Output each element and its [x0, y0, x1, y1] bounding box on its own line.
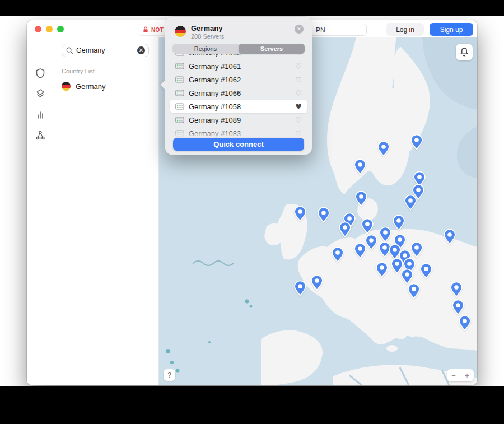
favorite-heart-icon[interactable]: ♡	[295, 76, 302, 84]
window-zoom-button[interactable]	[57, 26, 64, 32]
map-pin[interactable]	[379, 226, 392, 243]
server-name: Germany #1061	[189, 62, 295, 71]
map-pin[interactable]	[361, 218, 374, 234]
map-pin[interactable]	[393, 215, 405, 231]
distant-land-shape	[457, 127, 477, 178]
login-button[interactable]: Log in	[386, 23, 424, 36]
server-name: Germany #1066	[189, 89, 295, 97]
server-name: Germany #1060	[189, 54, 295, 57]
country-row-germany[interactable]: Germany	[58, 78, 155, 94]
server-icon	[175, 103, 184, 110]
server-row[interactable]: Germany #1060 ♡	[170, 54, 307, 59]
map-pin[interactable]	[294, 280, 307, 296]
country-list-heading: Country List	[62, 68, 95, 74]
server-icon	[175, 63, 184, 69]
map-pin[interactable]	[452, 299, 465, 315]
window-close-button[interactable]	[35, 26, 41, 32]
map-pin[interactable]	[294, 206, 307, 222]
map-zoom-control: − +	[447, 369, 474, 381]
server-name: Germany #1058	[189, 102, 295, 111]
country-name: Germany	[76, 82, 105, 91]
server-row[interactable]: Germany #1062 ♡	[170, 73, 307, 86]
favorite-heart-icon[interactable]: ♡	[295, 54, 302, 57]
land-iberia	[261, 330, 323, 385]
country-panel: Germany ✕ Country List Germany	[54, 37, 159, 385]
bell-icon	[459, 46, 470, 58]
germany-flag-icon	[175, 26, 186, 37]
map-pin[interactable]	[459, 315, 472, 331]
server-row[interactable]: Germany #1061 ♡	[170, 59, 307, 73]
map-pin[interactable]	[410, 241, 423, 258]
zoom-out-button[interactable]: −	[447, 369, 460, 381]
sea-dot	[166, 349, 170, 353]
server-icon	[175, 90, 184, 96]
land-island	[386, 345, 398, 352]
map-pin[interactable]	[376, 262, 389, 278]
server-row[interactable]: Germany #1066 ♡	[170, 86, 307, 100]
favorite-heart-icon[interactable]: ♡	[295, 116, 302, 124]
server-name: Germany #1089	[189, 116, 295, 124]
map-pin[interactable]	[318, 207, 330, 223]
left-rail	[27, 37, 54, 385]
sea-dot	[208, 341, 211, 343]
map-pin[interactable]	[354, 243, 367, 259]
map-pin[interactable]	[377, 141, 390, 157]
map-pin[interactable]	[404, 194, 417, 211]
window-minimize-button[interactable]	[46, 26, 53, 32]
search-value: Germany	[76, 46, 134, 54]
map-pin[interactable]	[354, 159, 367, 175]
tab-regions[interactable]: Regions	[172, 44, 239, 54]
signup-button[interactable]: Sign up	[430, 23, 473, 36]
clear-search-button[interactable]: ✕	[137, 46, 145, 54]
zoom-in-button[interactable]: +	[460, 369, 474, 381]
server-row[interactable]: Germany #1058 ♥	[170, 100, 307, 113]
map-pin[interactable]	[311, 274, 324, 291]
favorite-heart-icon[interactable]: ♡	[295, 129, 302, 138]
popover-title: Germany	[191, 24, 222, 32]
server-row[interactable]: Germany #1083 ♡	[170, 127, 307, 138]
meshnet-icon[interactable]	[35, 130, 46, 141]
map-pin[interactable]	[339, 221, 352, 237]
server-icon	[175, 117, 184, 123]
server-row[interactable]: Germany #1089 ♡	[170, 113, 307, 127]
map-pin[interactable]	[401, 268, 414, 285]
germany-server-popover: Germany 208 Servers ✕ Regions Servers Ge…	[165, 17, 312, 155]
search-icon	[66, 46, 73, 54]
map-pin[interactable]	[365, 234, 378, 250]
map-pin[interactable]	[444, 229, 456, 245]
popover-subtitle: 208 Servers	[191, 33, 224, 40]
topbar-partial-pill-text: PN	[316, 26, 325, 34]
close-icon[interactable]: ✕	[295, 25, 304, 34]
server-list[interactable]: Germany #1060 ♡ Germany #1061 ♡	[165, 54, 312, 138]
germany-flag-icon	[62, 82, 71, 91]
map-pin[interactable]	[332, 246, 344, 263]
server-icon	[175, 76, 184, 83]
layers-icon[interactable]	[35, 88, 46, 99]
server-name: Germany #1083	[189, 129, 295, 138]
quick-connect-button[interactable]: Quick connect	[173, 138, 304, 151]
favorite-heart-icon[interactable]: ♥	[295, 102, 302, 111]
open-lock-icon	[143, 26, 148, 33]
search-input[interactable]: Germany ✕	[62, 44, 149, 57]
land-island	[371, 322, 379, 335]
sea-dot	[245, 300, 249, 304]
sea-dot	[170, 361, 174, 364]
map-pin[interactable]	[450, 281, 463, 297]
map-pin[interactable]	[355, 190, 368, 207]
map-pin[interactable]	[420, 263, 433, 279]
stats-icon[interactable]	[35, 109, 46, 120]
server-icon	[175, 54, 184, 56]
map-pin[interactable]	[408, 283, 421, 299]
sea-dot	[176, 369, 180, 373]
favorite-heart-icon[interactable]: ♡	[295, 89, 302, 97]
favorite-heart-icon[interactable]: ♡	[295, 62, 302, 71]
regions-servers-segmented-control: Regions Servers	[172, 44, 305, 54]
help-button[interactable]: ?	[164, 369, 175, 381]
notifications-button[interactable]	[456, 44, 473, 60]
map-pin[interactable]	[410, 134, 423, 150]
tab-servers[interactable]: Servers	[239, 44, 305, 54]
server-name: Germany #1062	[189, 76, 295, 84]
server-icon	[175, 130, 184, 137]
shield-icon[interactable]	[35, 68, 46, 79]
sea-dot	[250, 305, 253, 308]
